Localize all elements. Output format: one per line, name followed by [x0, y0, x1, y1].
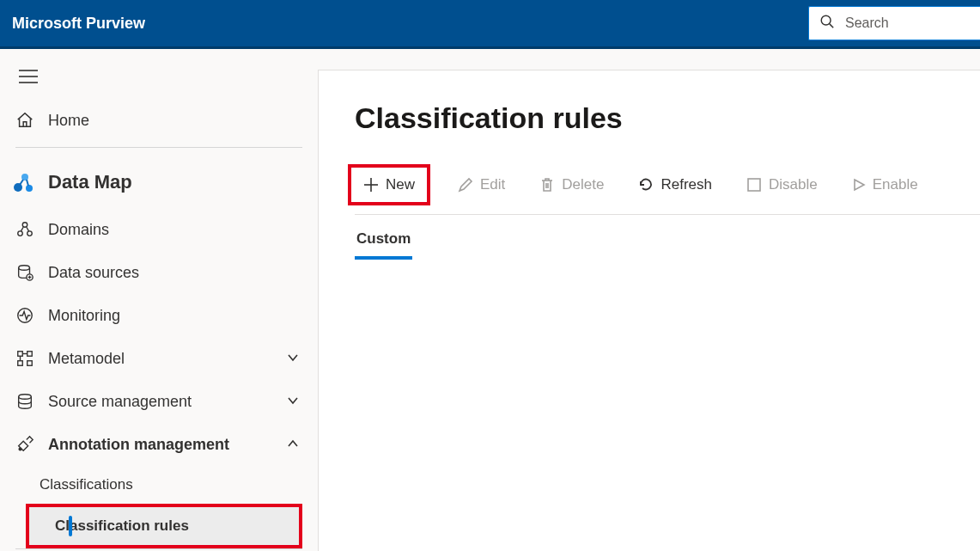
sidebar-divider	[15, 548, 302, 549]
new-button[interactable]: New	[356, 171, 422, 199]
svg-rect-22	[18, 361, 23, 366]
brand-title: Microsoft Purview	[12, 15, 145, 33]
datamap-icon	[12, 170, 48, 194]
svg-rect-23	[27, 361, 33, 366]
data-sources-icon	[15, 263, 48, 282]
pencil-icon	[458, 177, 473, 193]
search-icon	[819, 14, 835, 33]
sidebar-item-domains[interactable]: Domains	[0, 208, 318, 251]
svg-point-6	[26, 185, 33, 192]
svg-point-26	[19, 395, 32, 400]
monitoring-icon	[15, 306, 48, 325]
search-input[interactable]	[845, 15, 970, 31]
search-box[interactable]	[808, 6, 980, 40]
sidebar-item-data-sources[interactable]: Data sources	[0, 251, 318, 294]
source-management-icon	[15, 392, 48, 411]
tabs: Custom	[355, 230, 980, 260]
sidebar-item-label: Monitoring	[48, 307, 120, 325]
highlight-classification-rules: Classification rules	[26, 504, 302, 548]
sidebar-item-label: Home	[48, 112, 89, 130]
button-label: Disable	[769, 176, 818, 193]
sidebar-divider	[15, 147, 302, 148]
sidebar-item-label: Domains	[48, 221, 109, 239]
edit-button[interactable]: Edit	[451, 171, 512, 199]
home-icon	[15, 111, 48, 130]
sidebar-section-label: Data Map	[48, 171, 132, 193]
svg-point-15	[19, 266, 30, 271]
button-label: Refresh	[660, 176, 712, 193]
sidebar-item-label: Metamodel	[48, 350, 125, 368]
svg-rect-20	[18, 352, 23, 357]
sidebar-item-monitoring[interactable]: Monitoring	[0, 294, 318, 337]
sidebar-item-home[interactable]: Home	[0, 99, 318, 142]
sidebar-item-label: Source management	[48, 393, 192, 411]
chevron-down-icon	[287, 350, 299, 368]
hamburger-button[interactable]	[0, 58, 318, 99]
svg-line-14	[27, 227, 29, 231]
svg-point-27	[19, 448, 21, 450]
svg-point-0	[821, 15, 831, 25]
sidebar-item-source-management[interactable]: Source management	[0, 380, 318, 423]
refresh-icon	[638, 177, 654, 193]
sidebar-item-annotation-management[interactable]: Annotation management	[0, 423, 318, 466]
disable-button[interactable]: Disable	[740, 171, 825, 199]
domains-icon	[15, 220, 48, 239]
checkbox-empty-icon	[746, 177, 762, 193]
svg-line-1	[830, 24, 833, 28]
plus-icon	[363, 177, 379, 193]
refresh-button[interactable]: Refresh	[631, 171, 719, 199]
sidebar-subitem-classification-rules[interactable]: Classification rules	[29, 507, 299, 545]
enable-button[interactable]: Enable	[845, 171, 925, 199]
tab-custom[interactable]: Custom	[355, 230, 412, 260]
app-header: Microsoft Purview	[0, 0, 980, 49]
metamodel-icon	[15, 349, 48, 368]
svg-point-10	[22, 223, 27, 228]
toolbar: New Edit Delete Refresh	[355, 164, 980, 215]
sidebar-item-label: Annotation management	[48, 436, 229, 454]
sidebar-item-label: Data sources	[48, 264, 139, 282]
page-title: Classification rules	[355, 101, 980, 135]
svg-line-13	[21, 227, 23, 231]
button-label: New	[386, 176, 415, 193]
sidebar-subitem-label: Classifications	[40, 476, 133, 493]
svg-rect-21	[27, 352, 33, 357]
delete-button[interactable]: Delete	[533, 171, 611, 199]
sidebar-item-metamodel[interactable]: Metamodel	[0, 337, 318, 380]
chevron-up-icon	[287, 436, 299, 454]
button-label: Edit	[480, 176, 505, 193]
button-label: Enable	[873, 176, 918, 193]
sidebar-section-datamap[interactable]: Data Map	[0, 156, 318, 208]
svg-line-8	[20, 180, 23, 185]
sidebar-subitem-classifications[interactable]: Classifications	[0, 466, 318, 504]
svg-rect-32	[748, 179, 760, 191]
sidebar: Home Data Map Domai	[0, 49, 318, 551]
main-panel: Classification rules New Edit	[318, 70, 980, 551]
svg-point-12	[27, 231, 33, 236]
play-icon	[852, 178, 866, 192]
annotation-icon	[15, 435, 48, 454]
chevron-down-icon	[287, 393, 299, 411]
trash-icon	[539, 177, 555, 193]
button-label: Delete	[562, 176, 604, 193]
svg-point-11	[18, 231, 23, 236]
svg-line-9	[27, 180, 28, 186]
sidebar-subitem-label: Classification rules	[55, 517, 189, 535]
highlight-new-button: New	[348, 164, 430, 205]
